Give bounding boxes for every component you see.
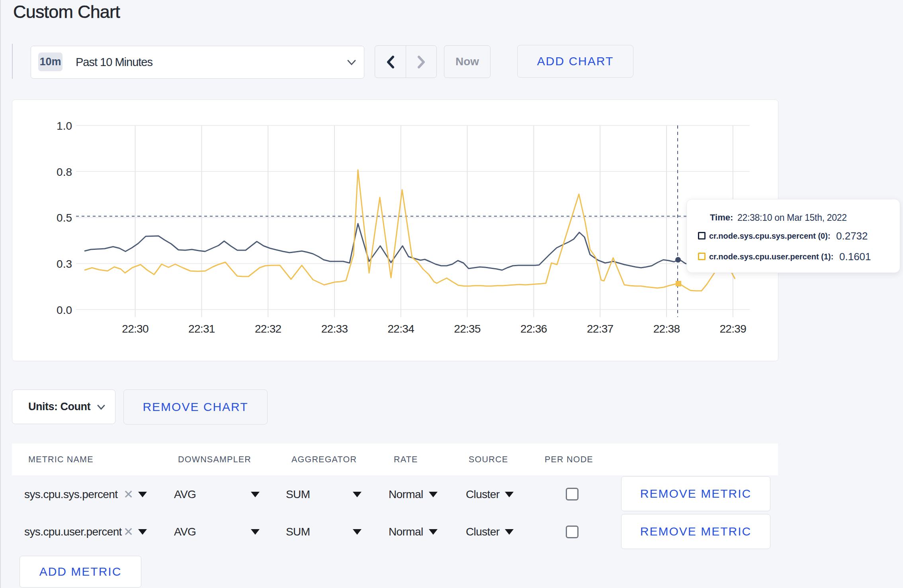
svg-text:22:39: 22:39 bbox=[720, 323, 747, 335]
svg-text:0.8: 0.8 bbox=[57, 166, 72, 178]
svg-text:22:36: 22:36 bbox=[520, 323, 547, 335]
svg-text:0.5: 0.5 bbox=[57, 212, 72, 224]
svg-text:22:35: 22:35 bbox=[454, 323, 481, 335]
svg-text:0.3: 0.3 bbox=[57, 258, 72, 270]
svg-text:0.0: 0.0 bbox=[57, 304, 72, 316]
svg-text:22:31: 22:31 bbox=[188, 323, 215, 335]
svg-text:22:33: 22:33 bbox=[321, 323, 348, 335]
svg-text:22:38: 22:38 bbox=[653, 323, 680, 335]
svg-text:1.0: 1.0 bbox=[57, 120, 72, 132]
svg-text:22:32: 22:32 bbox=[255, 323, 281, 335]
svg-text:22:30: 22:30 bbox=[122, 323, 149, 335]
svg-text:22:34: 22:34 bbox=[388, 323, 414, 335]
svg-text:22:37: 22:37 bbox=[587, 323, 614, 335]
